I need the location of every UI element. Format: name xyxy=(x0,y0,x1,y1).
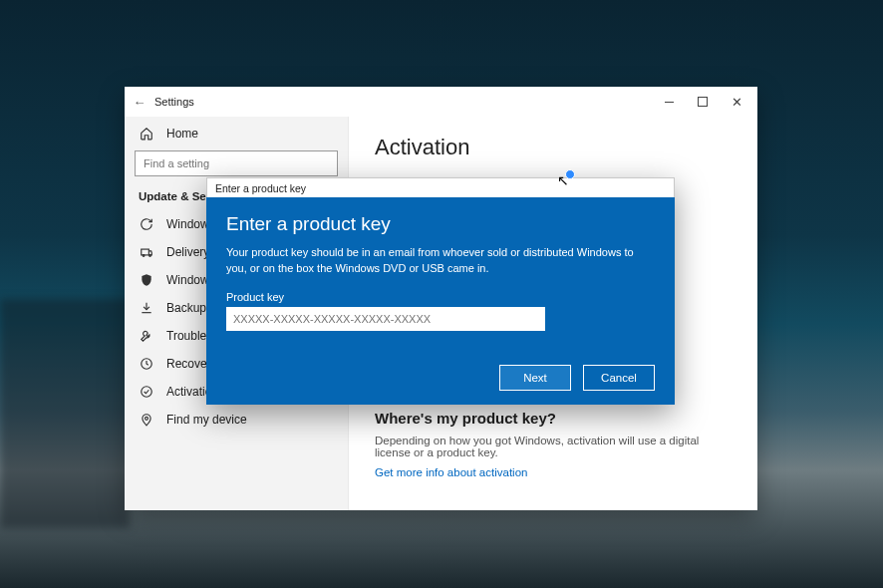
check-icon xyxy=(139,385,154,399)
recovery-icon xyxy=(139,357,154,371)
section-heading: Where's my product key? xyxy=(375,410,732,427)
dialog-titlebar-text: Enter a product key xyxy=(215,182,306,194)
page-title: Activation xyxy=(375,135,732,160)
minimize-button[interactable] xyxy=(652,87,686,117)
delivery-icon xyxy=(139,245,154,259)
svg-point-4 xyxy=(142,387,152,398)
backup-icon xyxy=(139,301,154,315)
home-icon xyxy=(139,127,154,141)
sidebar-item-label: Find my device xyxy=(166,413,247,427)
section-text: Depending on how you got Windows, activa… xyxy=(375,435,732,458)
window-title: Settings xyxy=(154,96,194,108)
next-button[interactable]: Next xyxy=(499,365,571,391)
back-button[interactable]: ← xyxy=(125,95,154,110)
titlebar: ← Settings ✕ xyxy=(125,87,757,117)
cursor-icon: ↖ xyxy=(557,172,569,188)
product-key-label: Product key xyxy=(226,291,655,303)
cancel-button[interactable]: Cancel xyxy=(583,365,655,391)
sidebar-item-find-my-device[interactable]: Find my device xyxy=(125,406,348,434)
sidebar-item-home[interactable]: Home xyxy=(125,125,348,150)
product-key-dialog: Enter a product key ↖ Enter a product ke… xyxy=(206,177,675,405)
svg-rect-0 xyxy=(142,249,149,255)
dialog-titlebar[interactable]: Enter a product key ↖ xyxy=(206,177,675,197)
dialog-heading: Enter a product key xyxy=(226,213,655,235)
product-key-input[interactable] xyxy=(226,307,545,331)
home-label: Home xyxy=(166,127,198,141)
svg-point-5 xyxy=(146,417,148,420)
sync-icon xyxy=(139,217,154,231)
dialog-explain: Your product key should be in an email f… xyxy=(226,245,655,277)
close-button[interactable]: ✕ xyxy=(720,87,753,117)
sidebar-item-label: Backup xyxy=(166,301,206,315)
maximize-button[interactable] xyxy=(686,87,720,117)
search-input[interactable] xyxy=(135,150,338,176)
more-info-link[interactable]: Get more info about activation xyxy=(375,466,527,478)
wrench-icon xyxy=(139,329,154,343)
shield-icon xyxy=(139,273,154,287)
location-icon xyxy=(139,413,154,427)
